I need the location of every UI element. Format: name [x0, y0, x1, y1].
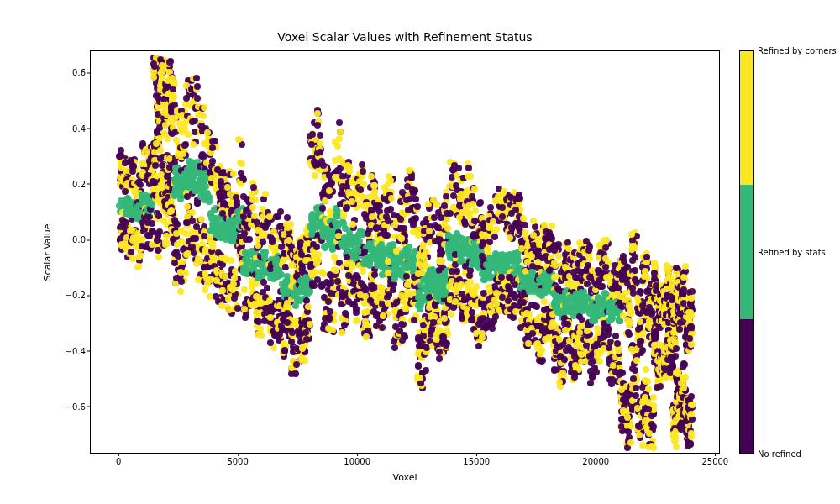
colorbar-tick-label: Refined by corners	[758, 46, 837, 55]
y-tick: −0.2	[52, 291, 86, 300]
x-tick: 0	[116, 457, 121, 466]
x-tick: 5000	[227, 457, 248, 466]
x-tick: 20000	[582, 457, 609, 466]
y-tick: −0.6	[52, 402, 86, 411]
axes-frame	[90, 50, 720, 454]
x-tick: 15000	[463, 457, 490, 466]
y-tick: 0.4	[52, 123, 86, 133]
colorbar-segment	[740, 51, 753, 185]
chart-title: Voxel Scalar Values with Refinement Stat…	[90, 30, 720, 44]
y-tick: 0.2	[52, 179, 86, 188]
y-axis-label: Scalar Value	[42, 50, 54, 454]
y-tick: −0.4	[52, 346, 86, 355]
colorbar-tick-label: No refined	[758, 449, 801, 459]
colorbar-tick-label: Refined by stats	[758, 248, 826, 257]
y-tick: 0.0	[52, 235, 86, 244]
scatter-layer	[91, 51, 721, 454]
x-tick: 25000	[701, 457, 728, 466]
colorbar	[739, 50, 754, 454]
figure: Voxel Scalar Values with Refinement Stat…	[0, 0, 840, 504]
colorbar-segment	[740, 319, 753, 453]
x-tick: 10000	[344, 457, 370, 466]
y-tick: 0.6	[52, 68, 86, 77]
x-axis-label: Voxel	[90, 472, 720, 483]
colorbar-segment	[740, 185, 753, 318]
